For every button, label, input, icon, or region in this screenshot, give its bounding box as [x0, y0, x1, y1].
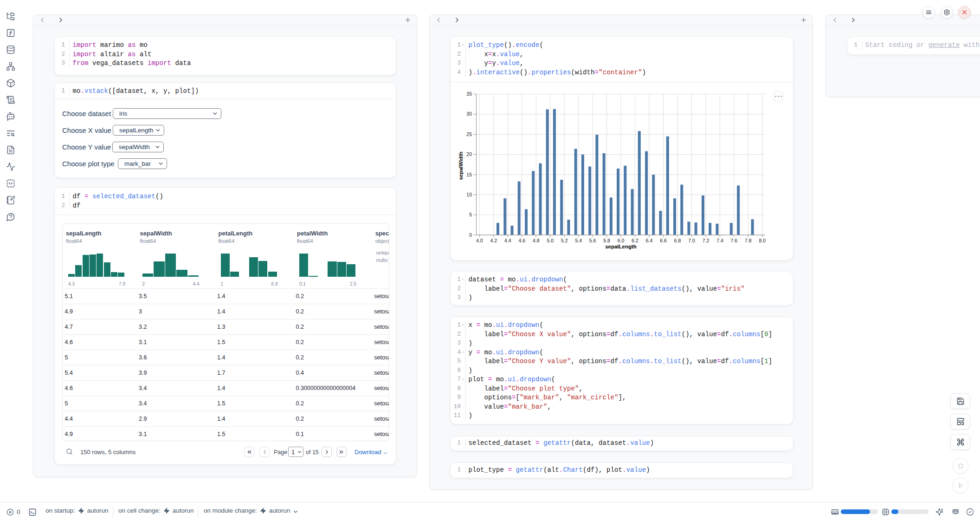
svg-text:5.0: 5.0	[547, 238, 554, 243]
svg-text:10: 10	[466, 192, 472, 197]
svg-text:7.6: 7.6	[731, 238, 738, 243]
svg-text:7.8: 7.8	[745, 238, 752, 243]
svg-text:7.2: 7.2	[703, 238, 709, 243]
svg-text:6.2: 6.2	[632, 238, 638, 243]
svg-text:0: 0	[469, 232, 472, 238]
svg-text:35: 35	[466, 91, 472, 97]
svg-text:25: 25	[466, 131, 472, 137]
svg-text:5.6: 5.6	[589, 238, 596, 243]
svg-text:5: 5	[469, 212, 472, 217]
svg-text:5.2: 5.2	[561, 238, 568, 243]
svg-text:4.0: 4.0	[476, 238, 483, 243]
svg-text:15: 15	[466, 172, 472, 177]
svg-text:4.4: 4.4	[504, 238, 511, 243]
svg-text:4.2: 4.2	[490, 238, 497, 243]
svg-text:sepalWidth: sepalWidth	[458, 151, 464, 180]
svg-text:4.8: 4.8	[533, 238, 540, 243]
svg-text:6.6: 6.6	[660, 238, 667, 243]
svg-text:6.4: 6.4	[646, 238, 653, 243]
svg-text:20: 20	[466, 151, 472, 157]
svg-text:sepalLength: sepalLength	[605, 244, 637, 249]
svg-text:7.0: 7.0	[688, 238, 695, 243]
svg-text:7.4: 7.4	[716, 238, 723, 243]
svg-text:5.4: 5.4	[575, 238, 582, 243]
svg-text:5.8: 5.8	[603, 238, 610, 243]
svg-text:6.8: 6.8	[674, 238, 681, 243]
svg-text:30: 30	[466, 111, 472, 117]
svg-text:8.0: 8.0	[759, 238, 766, 243]
svg-text:4.6: 4.6	[518, 238, 525, 243]
svg-text:6.0: 6.0	[618, 238, 625, 243]
